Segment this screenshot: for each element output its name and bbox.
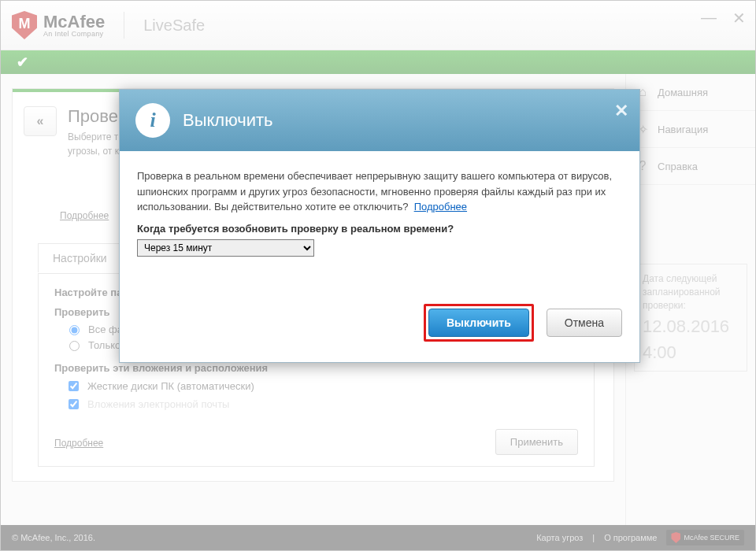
dialog-message: Проверка в реальном времени обеспечивает… bbox=[137, 168, 622, 215]
disable-dialog: i Выключить ✕ Проверка в реальном времен… bbox=[119, 89, 640, 363]
disable-button[interactable]: Выключить bbox=[428, 309, 529, 337]
primary-action-highlight: Выключить bbox=[424, 304, 534, 342]
dialog-title: Выключить bbox=[183, 110, 273, 131]
dialog-body: Проверка в реальном времени обеспечивает… bbox=[120, 151, 639, 362]
app-window: McAfee An Intel Company LiveSafe — ✕ ✔ «… bbox=[0, 0, 756, 551]
dialog-question: Когда требуется возобновить проверку в р… bbox=[137, 223, 622, 235]
cancel-button[interactable]: Отмена bbox=[547, 309, 622, 337]
dialog-message-text: Проверка в реальном времени обеспечивает… bbox=[137, 170, 612, 213]
info-icon: i bbox=[135, 103, 170, 138]
resume-interval-select[interactable]: Через 15 минут bbox=[137, 239, 314, 257]
dialog-close-button[interactable]: ✕ bbox=[614, 101, 628, 121]
dialog-header: i Выключить ✕ bbox=[120, 90, 639, 151]
dialog-actions: Выключить Отмена bbox=[137, 304, 622, 342]
dialog-learn-more-link[interactable]: Подробнее bbox=[414, 201, 467, 213]
